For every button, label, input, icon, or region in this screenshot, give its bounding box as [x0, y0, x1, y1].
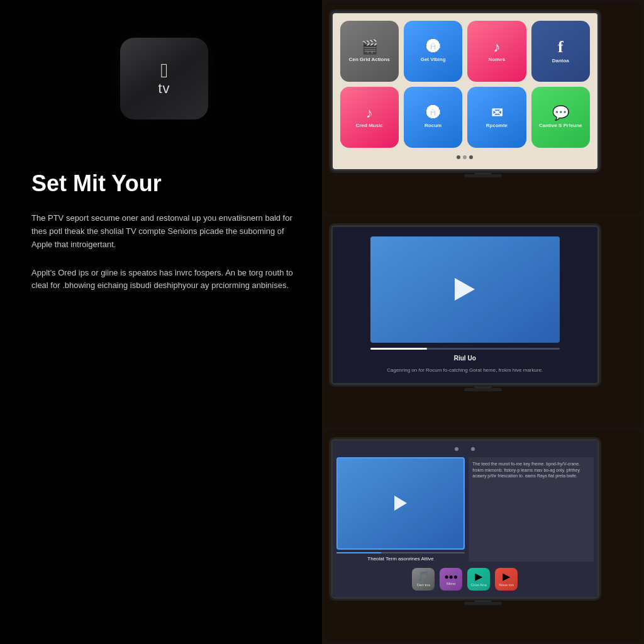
ios-description-box: The teed the murot fo-me key fheme. bpnd… — [469, 457, 594, 562]
main-heading: Set Mit Your — [31, 170, 162, 197]
app-icon-symbol-1: 🎬 — [361, 40, 378, 54]
video-subtitle: Cagenring on for Rocum fo-catching Gorat… — [387, 367, 543, 374]
apple-tv-device:  tv — [114, 38, 214, 138]
video-title: Riul Uo — [454, 355, 476, 362]
screenshot-ios: Theolat Term asonrines Attive The teed t… — [325, 430, 641, 641]
app-label-4: Dantoa — [552, 58, 569, 64]
tv-stand-3 — [474, 597, 492, 602]
ios-play-button-icon[interactable] — [394, 496, 407, 511]
app-label-8: Cantive S Prfeune — [539, 123, 582, 128]
app-label-6: Rocum — [425, 123, 441, 128]
ios-screen: Theolat Term asonrines Attive The teed t… — [333, 441, 597, 597]
video-progress-bar[interactable] — [370, 348, 560, 350]
app-icon-symbol-8: 💬 — [552, 106, 569, 120]
device-logo:  tv — [158, 60, 170, 97]
page-dot-3 — [469, 155, 473, 159]
left-panel:  tv Set Mit Your The PTV seport secume … — [0, 0, 322, 644]
app-icon-symbol-7: ✉ — [491, 106, 502, 120]
app-icon-cengrid[interactable]: 🎬 Cen Grid Actions — [340, 21, 399, 82]
tv-base-3 — [464, 602, 502, 605]
video-screen: Riul Uo Cagenring on for Rocum fo-catchi… — [333, 227, 597, 383]
tv-wrapper-1: 🎬 Cen Grid Actions 🅐 Get Vibing ♪ Nomes — [333, 13, 634, 203]
ios-app-nouston[interactable]: ▶ Nous ton — [495, 568, 518, 591]
ios-app-mime[interactable]: ●●● Mime — [440, 568, 462, 591]
ios-progress-bar[interactable] — [336, 552, 465, 553]
ios-icon-label-1: Dan toa — [417, 583, 430, 587]
app-icon-symbol-6: 🅐 — [426, 106, 440, 120]
right-panel: 🎬 Cen Grid Actions 🅐 Get Vibing ♪ Nomes — [322, 0, 644, 644]
screenshot-app-grid: 🎬 Cen Grid Actions 🅐 Get Vibing ♪ Nomes — [325, 3, 641, 214]
ios-bottom-icons: 🎵 Dan toa ●●● Mime ▶ Crue Ana — [336, 565, 594, 593]
video-player-widget[interactable] — [370, 236, 560, 343]
ios-icon-label-4: Nous ton — [499, 583, 514, 587]
app-icon-symbol-3: ♪ — [493, 40, 500, 54]
tv-screen-1: 🎬 Cen Grid Actions 🅐 Get Vibing ♪ Nomes — [333, 13, 597, 169]
ios-icon-label-2: Mime — [447, 582, 456, 586]
tv-stand-2 — [474, 383, 492, 388]
ios-video-title: Theolat Term asonrines Attive — [336, 556, 465, 562]
ios-video-player[interactable] — [336, 457, 465, 550]
tv-text-label: tv — [158, 80, 170, 96]
ios-content-area: Theolat Term asonrines Attive The teed t… — [336, 457, 594, 562]
app-grid-screen: 🎬 Cen Grid Actions 🅐 Get Vibing ♪ Nomes — [333, 13, 597, 169]
app-icon-messages[interactable]: 💬 Cantive S Prfeune — [531, 87, 590, 148]
ios-desc-text: The teed the murot fo-me key fheme. bpnd… — [472, 461, 590, 479]
apple-icon:  — [158, 60, 170, 80]
ios-icon-symbol-1: 🎵 — [417, 572, 430, 582]
app-row-2: ♪ Cred Music 🅐 Rocum ✉ Rpcomte — [340, 87, 590, 148]
tv-base-2 — [464, 388, 502, 391]
app-icon-facebook[interactable]: f Dantoa — [531, 21, 590, 82]
ios-app-crueana[interactable]: ▶ Crue Ana — [467, 568, 490, 591]
app-icon-symbol-2: 🅐 — [426, 40, 440, 54]
app-icon-mail[interactable]: ✉ Rpcomte — [467, 87, 526, 148]
app-label-2: Get Vibing — [421, 57, 446, 62]
app-icon-rocum[interactable]: 🅐 Rocum — [404, 87, 462, 148]
ios-icon-symbol-3: ▶ — [475, 572, 482, 582]
tv-screen-2: Riul Uo Cagenring on for Rocum fo-catchi… — [333, 227, 597, 383]
tv-base-1 — [464, 174, 502, 177]
ios-icon-symbol-2: ●●● — [444, 573, 458, 580]
screenshot-video-player: Riul Uo Cagenring on for Rocum fo-catchi… — [325, 216, 641, 428]
app-icon-nomes[interactable]: ♪ Nomes — [467, 21, 526, 82]
ios-icon-symbol-4: ▶ — [502, 572, 510, 582]
ios-top-dot-1 — [455, 447, 458, 451]
app-icon-symbol-5: ♪ — [366, 106, 373, 120]
app-icon-getvibing[interactable]: 🅐 Get Vibing — [404, 21, 462, 82]
app-label-5: Cred Music — [356, 123, 383, 128]
tv-frame-1: 🎬 Cen Grid Actions 🅐 Get Vibing ♪ Nomes — [325, 3, 641, 214]
video-progress-fill — [370, 348, 427, 350]
tv-stand-1 — [474, 169, 492, 174]
app-label-1: Cen Grid Actions — [349, 57, 390, 62]
app-icon-credmusic[interactable]: ♪ Cred Music — [340, 87, 399, 148]
tv-screen-3: Theolat Term asonrines Attive The teed t… — [333, 441, 597, 597]
app-label-7: Rpcomte — [486, 123, 508, 128]
body-text-2: Applt's Ored ips or giine is speatos has… — [31, 267, 297, 293]
body-text-1: The PTV seport secume oner and restonval… — [31, 212, 297, 251]
app-label-3: Nomes — [489, 57, 506, 62]
ios-progress-fill — [336, 552, 382, 553]
tv-wrapper-2: Riul Uo Cagenring on for Rocum fo-catchi… — [333, 227, 634, 417]
tv-frame-3: Theolat Term asonrines Attive The teed t… — [325, 430, 641, 641]
page-dot-2 — [463, 155, 467, 159]
ios-icon-label-3: Crue Ana — [471, 583, 487, 587]
page-indicator — [340, 153, 590, 162]
ios-video-left: Theolat Term asonrines Attive — [336, 457, 465, 562]
app-row-1: 🎬 Cen Grid Actions 🅐 Get Vibing ♪ Nomes — [340, 21, 590, 82]
ios-top-dot-2 — [471, 447, 475, 451]
device-box:  tv — [120, 38, 208, 119]
play-button-icon[interactable] — [455, 278, 475, 301]
main-container:  tv Set Mit Your The PTV seport secume … — [0, 0, 644, 644]
page-dot-1 — [457, 155, 460, 159]
ios-right-panel: The teed the murot fo-me key fheme. bpnd… — [469, 457, 594, 562]
tv-frame-2: Riul Uo Cagenring on for Rocum fo-catchi… — [325, 216, 641, 428]
ios-app-dantoa[interactable]: 🎵 Dan toa — [412, 568, 435, 591]
ios-top-bar — [336, 445, 594, 453]
tv-wrapper-3: Theolat Term asonrines Attive The teed t… — [333, 441, 634, 631]
app-icon-symbol-4: f — [558, 39, 564, 55]
